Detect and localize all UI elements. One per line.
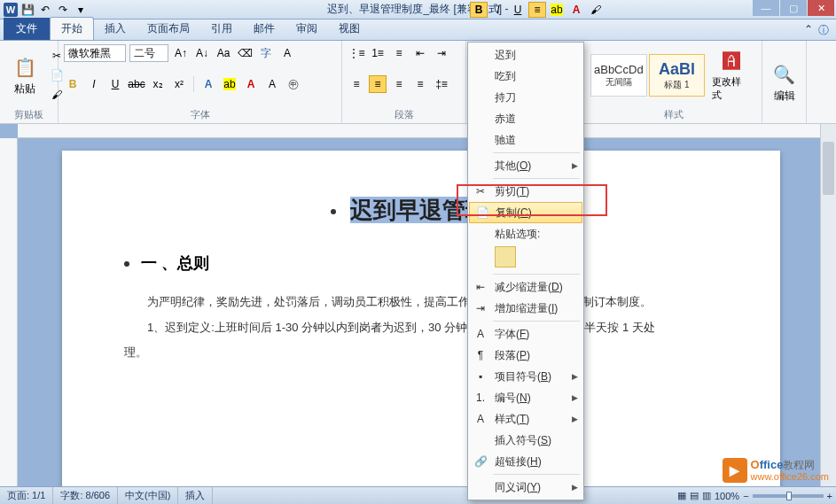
char-shading-icon[interactable]: A <box>263 75 281 93</box>
font-name-combo[interactable]: 微软雅黑 <box>64 44 126 62</box>
inc-indent-icon[interactable]: ⇥ <box>433 44 450 62</box>
underline-button[interactable]: U <box>106 75 124 93</box>
paste-option-icon[interactable] <box>495 246 516 268</box>
clear-format-icon[interactable]: ⌫ <box>236 44 254 62</box>
strike-button[interactable]: abc <box>128 75 145 93</box>
menu-item-迟到[interactable]: 迟到 <box>468 44 583 66</box>
tab-references[interactable]: 引用 <box>200 18 243 40</box>
superscript-button[interactable]: x² <box>170 75 188 93</box>
align-left-icon[interactable]: ≡ <box>348 75 365 93</box>
border-char-icon[interactable]: A <box>278 44 296 62</box>
save-icon[interactable]: 💾 <box>20 2 35 18</box>
tab-home[interactable]: 开始 <box>50 17 94 40</box>
zoom-slider[interactable] <box>753 494 824 498</box>
mini-align-button[interactable]: ≡ <box>528 2 546 18</box>
italic-button[interactable]: I <box>85 75 103 93</box>
menu-item-样式[interactable]: A样式(T)▶ <box>468 408 583 430</box>
style-heading1[interactable]: AaBl 标题 1 <box>649 54 706 97</box>
status-mode[interactable]: 插入 <box>178 487 213 504</box>
justify-icon[interactable]: ≡ <box>411 75 429 93</box>
font-size-combo[interactable]: 二号 <box>129 44 168 62</box>
subscript-button[interactable]: x₂ <box>149 75 167 93</box>
tab-insert[interactable]: 插入 <box>94 18 137 40</box>
vertical-scrollbar[interactable] <box>820 124 836 486</box>
tab-mailings[interactable]: 邮件 <box>243 18 285 40</box>
ribbon: 📋 粘贴 ✂ 📄 🖌 剪贴板 微软雅黑 二号 A↑ A↓ Aa ⌫ 字 A B … <box>0 41 836 124</box>
view-read-icon[interactable]: ▤ <box>690 490 699 501</box>
align-center-icon[interactable]: ≡ <box>369 75 387 93</box>
multilevel-icon[interactable]: ≡ <box>390 44 408 62</box>
numbering-icon[interactable]: 1≡ <box>369 44 387 62</box>
change-styles-button[interactable]: 🅰 更改样式 <box>707 47 756 104</box>
mini-bold-button[interactable]: B <box>470 2 488 18</box>
style-no-spacing[interactable]: aBbCcDd 无间隔 <box>590 54 647 97</box>
menu-item-同义词[interactable]: 同义词(Y)▶ <box>468 477 583 498</box>
menu-item-剪切[interactable]: ✂剪切(T) <box>468 181 583 202</box>
menu-item-段落[interactable]: ¶段落(P) <box>468 345 583 366</box>
highlight-icon[interactable]: ab <box>221 75 238 93</box>
undo-icon[interactable]: ↶ <box>37 2 53 18</box>
tab-review[interactable]: 审阅 <box>285 18 328 40</box>
file-tab[interactable]: 文件 <box>4 18 50 40</box>
horizontal-ruler[interactable] <box>18 124 820 138</box>
text-effect-icon[interactable]: A <box>199 75 217 93</box>
tab-view[interactable]: 视图 <box>328 18 371 40</box>
tab-layout[interactable]: 页面布局 <box>137 18 200 40</box>
bullets-icon[interactable]: ⋮≡ <box>348 44 365 62</box>
menu-item-持刀[interactable]: 持刀 <box>468 87 583 108</box>
document-page[interactable]: 迟到早退管理制 一 、总则 为严明纪律，奖励先进，处罚落后，调动员工积极性，提高… <box>62 151 780 486</box>
menu-item-复制[interactable]: 📄复制(C) <box>469 202 582 223</box>
bold-button[interactable]: B <box>64 75 82 93</box>
mini-highlight-button[interactable]: ab <box>548 2 566 18</box>
zoom-in-icon[interactable]: + <box>827 491 832 501</box>
status-language[interactable]: 中文(中国) <box>118 487 178 504</box>
num-icon: 1. <box>473 391 488 405</box>
maximize-button[interactable]: ▢ <box>780 0 807 16</box>
redo-icon[interactable]: ↷ <box>55 2 71 18</box>
font-color-icon[interactable]: A <box>242 75 260 93</box>
menu-label: 吃到 <box>495 69 516 84</box>
phonetic-icon[interactable]: 字 <box>257 44 275 62</box>
status-words[interactable]: 字数: 8/606 <box>53 487 118 504</box>
mini-italic-button[interactable]: I <box>489 2 507 18</box>
menu-item-减少缩进量[interactable]: ⇤减少缩进量(D) <box>468 276 583 298</box>
mini-underline-button[interactable]: U <box>509 2 527 18</box>
mini-format-painter-icon[interactable]: 🖌 <box>587 2 605 18</box>
help-icon[interactable]: ⓘ <box>818 23 829 38</box>
shrink-font-icon[interactable]: A↓ <box>193 44 211 62</box>
menu-item-超链接[interactable]: 🔗超链接(H) <box>468 451 583 472</box>
menu-item-赤道[interactable]: 赤道 <box>468 108 583 129</box>
ribbon-collapse-icon[interactable]: ⌃ <box>804 23 813 38</box>
status-page[interactable]: 页面: 1/1 <box>0 487 53 504</box>
zoom-thumb[interactable] <box>786 492 792 500</box>
zoom-value[interactable]: 100% <box>715 491 739 501</box>
view-print-icon[interactable]: ▦ <box>677 490 686 501</box>
scrollbar-thumb[interactable] <box>823 142 834 195</box>
grow-font-icon[interactable]: A↑ <box>172 44 190 62</box>
close-button[interactable]: ✕ <box>808 0 834 16</box>
mini-color-button[interactable]: A <box>567 2 585 18</box>
title-bar: W 💾 ↶ ↷ ▾ 迟到、早退管理制度_最终 [兼容模式] - B I U ≡ … <box>0 0 836 19</box>
view-web-icon[interactable]: ▥ <box>702 490 711 501</box>
find-button[interactable]: 🔍 编辑 <box>768 44 801 121</box>
vertical-ruler[interactable] <box>0 138 18 486</box>
zoom-out-icon[interactable]: − <box>743 491 748 501</box>
change-case-icon[interactable]: Aa <box>215 44 232 62</box>
enclose-char-icon[interactable]: ㊥ <box>285 75 302 93</box>
menu-item-增加缩进量[interactable]: ⇥增加缩进量(I) <box>468 298 583 319</box>
line-spacing-icon[interactable]: ‡≡ <box>433 75 450 93</box>
menu-item-粘贴选项:[interactable]: 粘贴选项: <box>468 223 583 244</box>
paste-button[interactable]: 📋 粘贴 <box>5 53 44 98</box>
menu-item-编号[interactable]: 1.编号(N)▶ <box>468 387 583 408</box>
menu-label: 复制(C) <box>496 205 532 221</box>
align-right-icon[interactable]: ≡ <box>390 75 408 93</box>
menu-item-插入符号[interactable]: 插入符号(S) <box>468 430 583 451</box>
qat-more-icon[interactable]: ▾ <box>73 2 89 18</box>
menu-item-其他[interactable]: 其他(O)▶ <box>468 155 583 176</box>
menu-item-字体[interactable]: A字体(F) <box>468 323 583 345</box>
minimize-button[interactable]: — <box>753 0 779 16</box>
menu-item-吃到[interactable]: 吃到 <box>468 66 583 87</box>
menu-item-驰道[interactable]: 驰道 <box>468 129 583 151</box>
dec-indent-icon[interactable]: ⇤ <box>411 44 429 62</box>
menu-item-项目符号[interactable]: ▪项目符号(B)▶ <box>468 366 583 387</box>
